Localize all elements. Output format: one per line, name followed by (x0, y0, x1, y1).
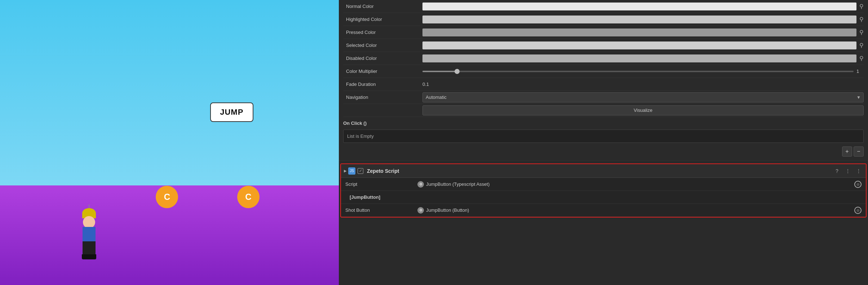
zepeto-title: Zepeto Script (367, 168, 833, 174)
highlighted-color-row: Highlighted Color ⚲ (343, 13, 864, 26)
typescript-asset-icon: ⚙ (417, 181, 424, 188)
zepeto-script-header: ▶ JS ✓ Zepeto Script ? ⋮ ⋮ (341, 164, 866, 178)
list-empty-box: List is Empty (343, 130, 864, 143)
on-click-section: On Click () List is Empty + − (339, 117, 868, 161)
fade-duration-value: 0.1 (422, 82, 864, 87)
disabled-color-row: Disabled Color ⚲ (343, 52, 864, 65)
script-target-icon[interactable]: ◎ (854, 181, 862, 188)
navigation-value: Automatic None Horizontal Vertical Expli… (422, 92, 864, 102)
selected-eyedropper-icon[interactable]: ⚲ (859, 42, 864, 49)
colors-section: Normal Color ⚲ Highlighted Color ⚲ Press… (339, 0, 868, 117)
zepeto-script-section: ▶ JS ✓ Zepeto Script ? ⋮ ⋮ Script ⚙ Jump… (340, 163, 867, 218)
pressed-eyedropper-icon[interactable]: ⚲ (859, 29, 864, 36)
settings-icon[interactable]: ⋮ (843, 167, 852, 175)
character-head (83, 216, 95, 228)
circle-badge-right: C (237, 186, 260, 208)
disabled-color-label: Disabled Color (343, 56, 422, 61)
fade-duration-row: Fade Duration 0.1 (343, 78, 864, 91)
shot-button-label: Shot Button (345, 207, 417, 213)
selected-color-row: Selected Color ⚲ (343, 39, 864, 52)
selected-color-value: ⚲ (422, 41, 864, 49)
normal-color-bar (422, 3, 856, 10)
color-multiplier-row: Color Multiplier 1 (343, 65, 864, 78)
sky-background (0, 0, 339, 185)
highlighted-color-bar (422, 16, 856, 23)
navigation-dropdown-container: Automatic None Horizontal Vertical Expli… (422, 92, 864, 102)
shot-button-value: ⚙ JumpButton (Button) ◎ (417, 207, 862, 214)
shot-button-icon: ⚙ (417, 207, 424, 214)
overflow-icon[interactable]: ⋮ (854, 167, 863, 175)
slider-fill (422, 71, 457, 72)
pressed-color-row: Pressed Color ⚲ (343, 26, 864, 39)
enabled-checkbox[interactable]: ✓ (358, 168, 363, 174)
fade-duration-number: 0.1 (422, 82, 429, 87)
navigation-dropdown[interactable]: Automatic None Horizontal Vertical Expli… (422, 92, 864, 102)
character-legs (83, 241, 96, 256)
script-row: Script ⚙ JumpButton (Typescript Asset) ◎ (341, 178, 866, 191)
selected-color-bar (422, 41, 856, 49)
jump-button-section-label: [JumpButton] (345, 192, 385, 202)
help-icon[interactable]: ? (833, 167, 841, 175)
normal-color-value: ⚲ (422, 3, 864, 10)
script-value: ⚙ JumpButton (Typescript Asset) ◎ (417, 181, 862, 188)
disabled-color-bar (422, 54, 856, 62)
selected-color-label: Selected Color (343, 43, 422, 48)
slider-track (422, 71, 854, 72)
highlighted-color-value: ⚲ (422, 16, 864, 23)
shot-button-value-inner: ⚙ JumpButton (Button) (417, 207, 854, 214)
fade-duration-label: Fade Duration (343, 82, 422, 87)
pressed-color-bar (422, 28, 856, 36)
visualize-button[interactable]: Visualize (422, 105, 864, 115)
on-click-header: On Click () (343, 119, 864, 127)
normal-color-row: Normal Color ⚲ (343, 0, 864, 13)
highlighted-color-swatch[interactable]: ⚲ (422, 16, 864, 23)
navigation-row: Navigation Automatic None Horizontal Ver… (343, 91, 864, 104)
game-viewport: JUMP C C (0, 0, 339, 285)
disabled-color-swatch[interactable]: ⚲ (422, 54, 864, 62)
highlighted-eyedropper-icon[interactable]: ⚲ (859, 16, 864, 23)
navigation-label: Navigation (343, 95, 422, 100)
jump-button-header-row: [JumpButton] (341, 191, 866, 204)
visualize-value: Visualize (422, 105, 864, 115)
script-asset-name: JumpButton (Typescript Asset) (426, 181, 854, 187)
slider-thumb (455, 69, 460, 74)
disabled-color-value: ⚲ (422, 54, 864, 62)
disabled-eyedropper-icon[interactable]: ⚲ (859, 55, 864, 62)
character (75, 150, 103, 208)
script-value-inner: ⚙ JumpButton (Typescript Asset) (417, 181, 854, 188)
pressed-color-swatch[interactable]: ⚲ (422, 28, 864, 36)
inspector-panel: Normal Color ⚲ Highlighted Color ⚲ Press… (339, 0, 868, 285)
collapse-triangle-icon[interactable]: ▶ (344, 169, 347, 173)
shot-button-target-icon[interactable]: ◎ (854, 207, 862, 214)
remove-listener-button[interactable]: − (854, 146, 864, 157)
normal-eyedropper-icon[interactable]: ⚲ (859, 3, 864, 10)
normal-color-swatch[interactable]: ⚲ (422, 3, 864, 10)
visualize-row: Visualize (343, 104, 864, 117)
zepeto-header-icons: ? ⋮ ⋮ (833, 167, 863, 175)
color-multiplier-number: 1 (856, 69, 864, 74)
color-multiplier-slider[interactable]: 1 (422, 69, 864, 74)
color-multiplier-label: Color Multiplier (343, 69, 422, 74)
pressed-color-label: Pressed Color (343, 30, 422, 35)
selected-color-swatch[interactable]: ⚲ (422, 41, 864, 49)
character-torso (83, 227, 96, 243)
color-multiplier-value: 1 (422, 69, 864, 74)
shot-button-name: JumpButton (Button) (426, 207, 854, 213)
shot-button-row: Shot Button ⚙ JumpButton (Button) ◎ (341, 204, 866, 217)
jump-button-scene[interactable]: JUMP (210, 102, 253, 122)
script-label: Script (345, 181, 417, 187)
pressed-color-value: ⚲ (422, 28, 864, 36)
script-icon: JS (348, 167, 355, 175)
normal-color-label: Normal Color (343, 4, 422, 9)
highlighted-color-label: Highlighted Color (343, 17, 422, 22)
add-listener-button[interactable]: + (842, 146, 852, 157)
add-remove-row: + − (343, 145, 864, 158)
circle-badge-left: C (156, 186, 178, 208)
character-shoes (82, 254, 96, 259)
